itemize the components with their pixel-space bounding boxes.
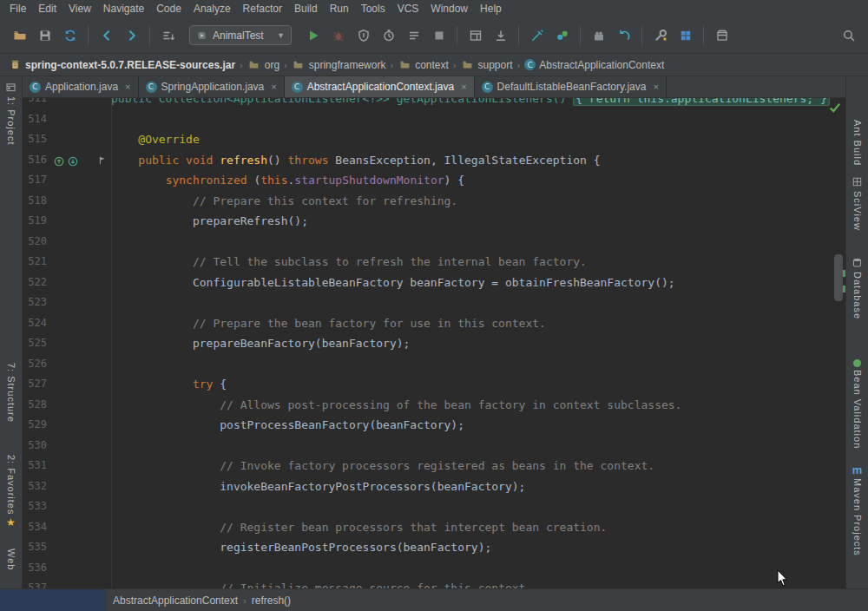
menu-vcs[interactable]: VCS <box>391 1 425 16</box>
inspection-ok-icon[interactable] <box>828 101 842 115</box>
tab-close-icon[interactable]: × <box>271 82 276 92</box>
toolwindow-label: SciView <box>852 191 863 231</box>
menu-analyze[interactable]: Analyze <box>187 1 237 16</box>
toolwindow-button-7-structure[interactable]: 7: Structure <box>0 363 22 423</box>
menu-run[interactable]: Run <box>324 1 355 16</box>
inject-colors-icon[interactable] <box>550 23 574 47</box>
tab-springapplication-java[interactable]: CSpringApplication.java× <box>139 76 285 97</box>
code-text: public void refresh() throws BeansExcept… <box>111 150 601 171</box>
toolwindow-button-web[interactable]: Web <box>0 549 22 570</box>
gutter <box>47 456 111 476</box>
menu-file[interactable]: File <box>3 1 32 16</box>
toolwindow-button-sciview[interactable]: SciView <box>846 174 868 231</box>
open-folder-icon[interactable] <box>8 23 31 47</box>
stop-icon[interactable] <box>427 23 450 47</box>
save-all-icon[interactable] <box>33 23 56 47</box>
edit-config-icon[interactable] <box>648 23 672 47</box>
bookmark-flag-icon[interactable] <box>95 154 109 168</box>
stop-icon <box>432 29 446 43</box>
toolwindow-button-2-favorites[interactable]: 2: Favorites★ <box>0 455 22 528</box>
coverage-icon[interactable] <box>352 23 375 47</box>
dump-threads-icon[interactable] <box>402 23 425 47</box>
undo-icon[interactable] <box>612 23 635 47</box>
menu-tools[interactable]: Tools <box>355 1 391 16</box>
run-configuration-select[interactable]: AnimalTest▼ <box>189 25 292 45</box>
toolwindow-button-bean-validation[interactable]: Bean Validation <box>846 359 868 449</box>
box-icon[interactable] <box>710 23 733 47</box>
breadcrumb-item[interactable]: context <box>397 58 450 72</box>
menu-code[interactable]: Code <box>150 1 187 16</box>
profiler-icon[interactable] <box>377 23 400 47</box>
tab-defaultlistablebeanfactory-java[interactable]: CDefaultListableBeanFactory.java× <box>475 76 667 97</box>
back-icon[interactable] <box>95 23 118 47</box>
menu-refactor[interactable]: Refactor <box>237 1 288 16</box>
main-area: 1: Project7: Structure2: Favorites★Web C… <box>0 76 868 588</box>
override-icon[interactable] <box>52 154 66 168</box>
menu-bar: FileEditViewNavigateCodeAnalyzeRefactorB… <box>0 0 868 17</box>
tab-close-icon[interactable]: × <box>653 82 658 92</box>
pull-icon[interactable] <box>489 23 512 47</box>
code-line: 517 synchronized (this.startupShutdownMo… <box>23 170 845 191</box>
breadcrumb-item[interactable]: CAbstractApplicationContext <box>523 59 665 71</box>
bottom-breadcrumb-item[interactable]: AbstractApplicationContext <box>113 595 238 607</box>
plugin-icon <box>592 29 606 43</box>
plugin-icon[interactable] <box>587 23 610 47</box>
breadcrumb-label: spring-context-5.0.7.RELEASE-sources.jar <box>25 59 235 71</box>
code-editor[interactable]: 511public Collection<ApplicationListener… <box>23 98 845 588</box>
code-line: 514 <box>23 109 845 130</box>
code-text: @Override <box>111 129 200 150</box>
gutter <box>47 395 111 416</box>
jar-icon <box>8 58 22 72</box>
toolwindow-button-1-project[interactable]: 1: Project <box>0 80 22 145</box>
inject-source-icon[interactable] <box>525 23 549 47</box>
search-icon <box>842 29 856 43</box>
menu-window[interactable]: Window <box>424 1 474 16</box>
breadcrumb-item[interactable]: org <box>247 58 280 72</box>
breadcrumb-item[interactable]: springframework <box>291 58 387 72</box>
forward-icon[interactable] <box>120 23 143 47</box>
toolbar-separator <box>457 26 457 45</box>
breadcrumb-item[interactable]: support <box>460 58 514 72</box>
line-number: 531 <box>23 456 47 476</box>
tab-application-java[interactable]: CApplication.java× <box>23 76 139 97</box>
bean-icon <box>853 359 861 367</box>
code-token: ) { <box>444 174 464 187</box>
bottom-bar: AbstractApplicationContext›refresh() <box>0 588 868 611</box>
code-token: // Register bean processors that interce… <box>220 521 607 534</box>
code-line: 527 try { <box>23 374 845 395</box>
restore-layout-icon[interactable] <box>464 23 487 47</box>
menu-build[interactable]: Build <box>288 1 324 16</box>
data-grid-icon[interactable] <box>674 23 697 47</box>
code-token: { <box>220 378 227 391</box>
implement-icon[interactable] <box>66 154 80 168</box>
toolwindow-button-database[interactable]: Database <box>846 255 868 319</box>
code-token <box>111 317 193 330</box>
breadcrumb-item[interactable]: spring-context-5.0.7.RELEASE-sources.jar <box>7 58 236 72</box>
search-icon[interactable] <box>837 23 860 47</box>
run-icon[interactable] <box>301 23 325 47</box>
toolwindow-label: Web <box>6 549 16 570</box>
code-line: 530 <box>23 436 845 457</box>
sync-icon[interactable] <box>58 23 82 47</box>
code-line: 532 invokeBeanFactoryPostProcessors(bean… <box>23 476 845 497</box>
debug-icon[interactable] <box>326 23 350 47</box>
menu-navigate[interactable]: Navigate <box>97 1 150 16</box>
code-text: // Allows post-processing of the bean fa… <box>111 395 681 416</box>
sort-icon[interactable] <box>156 23 180 47</box>
tab-close-icon[interactable]: × <box>125 82 130 92</box>
code-token: // Invoke factory processors registered … <box>220 459 654 472</box>
menu-edit[interactable]: Edit <box>32 1 62 16</box>
tab-close-icon[interactable]: × <box>461 82 466 92</box>
scrollbar-thumb[interactable] <box>834 254 843 301</box>
menu-help[interactable]: Help <box>474 1 508 16</box>
bottom-breadcrumb-item[interactable]: refresh() <box>252 595 291 607</box>
gutter <box>47 273 111 293</box>
back-icon <box>100 29 114 43</box>
tab-abstractapplicationcontext-java[interactable]: CAbstractApplicationContext.java× <box>285 76 475 97</box>
code-token: throws <box>288 154 336 167</box>
toolwindow-button-ant-build[interactable]: Ant Build <box>846 120 868 166</box>
code-text: // Invoke factory processors registered … <box>111 456 654 476</box>
toolwindow-button-maven-projects[interactable]: mMaven Projects <box>846 465 868 556</box>
toolwindow-highlight[interactable] <box>0 589 106 611</box>
menu-view[interactable]: View <box>62 1 97 16</box>
